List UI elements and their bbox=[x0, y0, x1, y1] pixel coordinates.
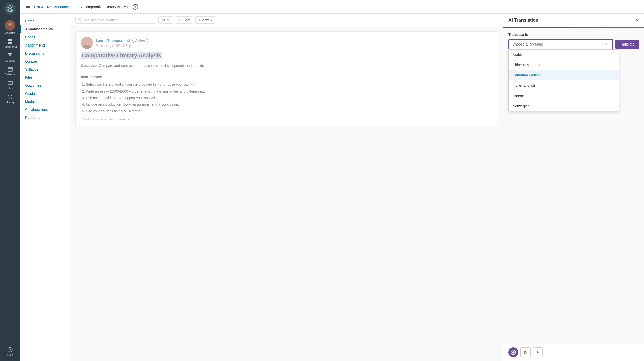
ai-action-button[interactable] bbox=[508, 347, 518, 357]
author-badge: Author bbox=[132, 38, 148, 43]
app-logo[interactable] bbox=[4, 3, 16, 15]
main-wrapper: ENGL102 › Announcements › Comparative Li… bbox=[20, 0, 644, 361]
sidebar-item-help[interactable]: ? Help bbox=[0, 345, 20, 358]
nav-item-quizzes[interactable]: Quizzes bbox=[20, 57, 70, 65]
courses-icon bbox=[7, 52, 13, 58]
sort-label: Sort bbox=[184, 18, 190, 22]
filter-dropdown[interactable]: All bbox=[158, 16, 173, 24]
svg-rect-9 bbox=[10, 39, 12, 41]
svg-point-4 bbox=[11, 9, 12, 11]
nav-item-assignments[interactable]: Assignments bbox=[20, 41, 70, 49]
download-icon bbox=[536, 350, 540, 354]
svg-point-33 bbox=[83, 45, 91, 49]
nav-item-discussions[interactable]: Discussions bbox=[20, 49, 70, 57]
breadcrumb-section[interactable]: Announcements bbox=[54, 5, 79, 9]
nav-item-syllabus[interactable]: Syllabus bbox=[20, 65, 70, 73]
hamburger-button[interactable] bbox=[24, 2, 32, 11]
search-input[interactable] bbox=[84, 18, 153, 22]
play-button[interactable] bbox=[520, 347, 531, 357]
objective-text: Compare and contrast themes, character d… bbox=[99, 64, 207, 68]
post-body: Objective: Compare and contrast themes, … bbox=[81, 63, 493, 114]
translate-button[interactable]: Translate bbox=[615, 40, 639, 49]
filter-value: All bbox=[162, 18, 165, 22]
sidebar-item-history[interactable]: History bbox=[0, 92, 20, 106]
svg-point-6 bbox=[8, 23, 12, 26]
history-icon bbox=[7, 94, 13, 100]
nav-item-collaborations[interactable]: Collaborations bbox=[20, 106, 70, 114]
breadcrumb: ENGL102 › Announcements › Comparative Li… bbox=[34, 4, 138, 10]
play-icon bbox=[524, 350, 528, 354]
language-option-indian-english[interactable]: Indian English bbox=[509, 80, 619, 91]
svg-rect-16 bbox=[8, 67, 12, 71]
ai-translation-panel: AI Translation × Translate to Choose a l… bbox=[503, 14, 644, 361]
language-selector: Choose a language Translate Arabic Chine… bbox=[508, 39, 639, 49]
author-link[interactable]: Laurie Thompson bbox=[96, 39, 125, 43]
post-author-info: Laurie Thompson Author Posted Aug 2, 202… bbox=[96, 38, 148, 48]
ai-panel-header: AI Translation × bbox=[503, 14, 644, 28]
chevron-down-icon bbox=[167, 18, 170, 21]
inbox-icon bbox=[7, 80, 13, 86]
nav-item-pages[interactable]: Pages bbox=[20, 33, 70, 41]
audio-icon[interactable] bbox=[127, 39, 131, 43]
nav-item-grades[interactable]: Grades bbox=[20, 89, 70, 98]
sidebar-item-label: Help bbox=[7, 353, 13, 356]
sort-button[interactable]: Sort bbox=[176, 16, 193, 24]
sidebar-item-courses[interactable]: Courses bbox=[0, 50, 20, 64]
language-option-chinese-mandarin[interactable]: Chinese Mandarin bbox=[509, 60, 619, 70]
instruction-item: Cite your sources using MLA format. bbox=[86, 108, 493, 114]
instruction-item: Use textual evidence to support your ana… bbox=[86, 95, 493, 101]
sidebar-item-label: Account bbox=[5, 31, 15, 34]
sidebar-item-dashboard[interactable]: Dashboard bbox=[0, 36, 20, 50]
nav-item-panorama[interactable]: Panorama bbox=[20, 114, 70, 122]
dashboard-icon bbox=[7, 38, 13, 44]
nav-item-home[interactable]: Home bbox=[20, 17, 70, 25]
svg-point-2 bbox=[11, 7, 12, 8]
post-closed: This topic is closed for comments. bbox=[81, 117, 493, 121]
language-option-canadian-french[interactable]: Canadian French bbox=[509, 70, 619, 80]
avatar bbox=[5, 20, 15, 31]
post-date: Posted Aug 2, 2024 2:51pm bbox=[96, 44, 148, 48]
nav-item-modules[interactable]: Modules bbox=[20, 98, 70, 106]
close-button[interactable]: × bbox=[636, 18, 639, 23]
view-label: + View S bbox=[199, 18, 212, 22]
language-dropdown[interactable]: Choose a language bbox=[508, 39, 613, 49]
svg-rect-11 bbox=[10, 42, 12, 44]
nav-item-outcomes[interactable]: Outcomes bbox=[20, 81, 70, 89]
instruction-item: Include an introduction, body paragraphs… bbox=[86, 102, 493, 107]
chevron-up-icon bbox=[605, 42, 609, 46]
page-content: All Sort + View S bbox=[70, 14, 503, 361]
language-option-arabic[interactable]: Arabic bbox=[509, 50, 619, 60]
left-sidebar: Account Dashboard Courses bbox=[0, 0, 20, 361]
svg-point-32 bbox=[84, 38, 90, 44]
breadcrumb-sep1: › bbox=[51, 5, 52, 9]
svg-marker-38 bbox=[525, 351, 527, 354]
language-option-norwegian[interactable]: Norwegian bbox=[509, 101, 619, 111]
accessibility-icon[interactable]: i bbox=[133, 4, 138, 10]
nav-item-announcements[interactable]: Announcements bbox=[20, 25, 70, 33]
nav-item-files[interactable]: Files bbox=[20, 73, 70, 81]
ai-panel-body: Translate to Choose a language Translate… bbox=[503, 28, 644, 344]
translate-to-label: Translate to bbox=[508, 33, 639, 37]
breadcrumb-sep2: › bbox=[81, 5, 82, 9]
topbar: ENGL102 › Announcements › Comparative Li… bbox=[20, 0, 644, 14]
ai-panel-title: AI Translation bbox=[508, 18, 538, 23]
breadcrumb-course[interactable]: ENGL102 bbox=[34, 5, 50, 9]
search-box[interactable] bbox=[75, 16, 156, 24]
sidebar-item-label: Courses bbox=[5, 59, 15, 62]
svg-point-7 bbox=[7, 26, 13, 29]
svg-line-28 bbox=[81, 20, 82, 21]
post-title: Comparative Literary Analysis bbox=[81, 52, 162, 59]
svg-point-5 bbox=[9, 8, 11, 9]
download-button[interactable] bbox=[533, 347, 543, 357]
sidebar-item-calendar[interactable]: Calendar bbox=[0, 64, 20, 78]
svg-rect-10 bbox=[8, 42, 10, 44]
breadcrumb-page: Comparative Literary Analysis bbox=[84, 5, 130, 9]
svg-text:?: ? bbox=[9, 348, 11, 352]
view-button[interactable]: + View S bbox=[195, 16, 215, 24]
post-header: Laurie Thompson Author Posted Aug 2, 202… bbox=[81, 37, 493, 49]
sidebar-item-account[interactable]: Account bbox=[0, 18, 20, 36]
sort-icon bbox=[179, 18, 182, 22]
language-option-korean[interactable]: Korean bbox=[509, 91, 619, 101]
sidebar-item-inbox[interactable]: Inbox bbox=[0, 78, 20, 92]
sidebar-item-label: History bbox=[6, 101, 14, 104]
